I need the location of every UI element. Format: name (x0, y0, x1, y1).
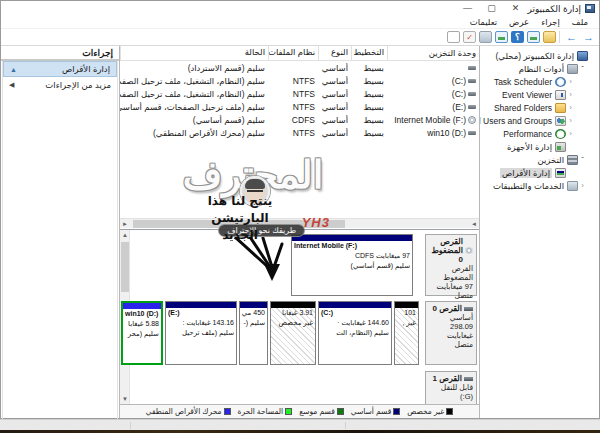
clipboard-icon[interactable]: ✓ (463, 31, 476, 43)
chevron-collapsed-icon[interactable]: ‹ (566, 90, 575, 99)
table-row[interactable]: بسيط أساسي سليم (قسم الاسترداد) (120, 61, 479, 74)
volume-list: وحدة التخزين التخطيط النوع نظام الملفات … (120, 46, 479, 228)
title-bar: إدارة الكمبيوتر — ▢ ✕ (1, 1, 599, 16)
performance-icon (555, 129, 566, 139)
announce-icon[interactable] (479, 31, 492, 43)
action-more-actions[interactable]: مزيد من الإجراءات ◀ (3, 77, 117, 93)
legend-item: غير مخصص (407, 407, 453, 416)
disk-icon (464, 377, 473, 381)
legend-item: محرك الأقراص المنطقي (146, 407, 231, 416)
close-button[interactable]: ✕ (503, 2, 527, 16)
menu-view[interactable]: عرض (504, 17, 534, 27)
shared-folders-icon (555, 103, 566, 113)
action-disk-management[interactable]: إدارة الأقراص ▲ (3, 61, 117, 77)
console-tree: إدارة الكمبيوتر (محلي) ˇ أدوات النظام ‹ … (479, 46, 599, 418)
col-volume[interactable]: وحدة التخزين (387, 46, 479, 60)
col-status[interactable]: الحالة (120, 46, 268, 60)
tree-item-device-manager[interactable]: إدارة الأجهزة (480, 140, 599, 153)
partition-450mb[interactable]: 450 مي سليم (- (239, 301, 268, 365)
disk-icon (464, 307, 473, 311)
main-area: إدارة الكمبيوتر (محلي) ˇ أدوات النظام ‹ … (1, 46, 599, 418)
menu-action[interactable]: إجراء (536, 17, 565, 27)
table-row[interactable]: Internet Mobile (F:) بسيط أساسي CDFS سلي… (120, 113, 479, 126)
minimize-button[interactable]: — (455, 2, 479, 16)
tree-item-disk-management[interactable]: إدارة الأقراص (480, 166, 599, 179)
partition-e[interactable]: (E:) 143.16 غيغابايت : سليم (ملف ترحيل (165, 301, 237, 365)
services-icon (567, 181, 578, 191)
chevron-collapsed-icon[interactable]: ‹ (566, 103, 575, 112)
drive-icon (468, 92, 476, 96)
properties-window-icon[interactable] (495, 31, 508, 43)
disk1-header[interactable]: القرص 1 قابل للنقل (G:) بدون وسائط (425, 371, 477, 407)
computer-management-window: إدارة الكمبيوتر — ▢ ✕ ملف إجراء عرض تعلي… (0, 0, 600, 419)
forward-icon[interactable]: ← (563, 31, 577, 43)
tree-item-event-viewer[interactable]: ‹ Event Viewer (480, 88, 599, 101)
collapse-icon[interactable]: ▲ (10, 66, 17, 73)
layout-icon[interactable] (447, 31, 460, 43)
col-type[interactable]: النوع (318, 46, 351, 60)
legend-item: قسم أساسي (351, 407, 401, 416)
tree-item-task-scheduler[interactable]: ‹ Task Scheduler (480, 75, 599, 88)
cd-drive-icon (468, 116, 476, 124)
partition-internet-mobile-f[interactable]: Internet Mobile (F:) 97 ميغابايت CDFS سل… (291, 234, 413, 296)
screen: إدارة الكمبيوتر — ▢ ✕ ملف إجراء عرض تعلي… (0, 0, 600, 433)
partition-unallocated-101mb[interactable]: 101 غير , (394, 301, 419, 365)
menu-bar: ملف إجراء عرض تعليمات (1, 16, 599, 29)
show-console-tree-icon[interactable] (527, 31, 540, 43)
scrollbar-thumb[interactable] (121, 242, 129, 292)
chevron-down-icon[interactable]: ˇ (578, 64, 587, 73)
users-groups-icon (555, 116, 566, 126)
tree-item-system-tools[interactable]: ˇ أدوات النظام (480, 62, 599, 75)
scrollbar-thumb[interactable] (133, 220, 345, 228)
task-scheduler-icon (555, 77, 566, 87)
menu-help[interactable]: تعليمات (465, 17, 502, 27)
tree-item-computer-management[interactable]: إدارة الكمبيوتر (محلي) (480, 49, 599, 62)
legend-item: قسم موسع (299, 407, 344, 416)
tree-item-local-users-groups[interactable]: ‹ Local Users and Groups (480, 114, 599, 127)
disk0-row: القرص 0 أساسي 298.09 غيغابايت متصل 101 غ… (132, 301, 477, 365)
table-row[interactable]: win10 (D:) بسيط أساسي NTFS سليم (محرك ال… (120, 126, 479, 139)
legend-swatch (224, 408, 231, 415)
tree-item-services-applications[interactable]: ‹ الخدمات والتطبيقات (480, 179, 599, 192)
drive-icon (468, 66, 476, 70)
volume-list-hscrollbar[interactable]: ◄ ► (120, 218, 479, 228)
window-controls: — ▢ ✕ (455, 2, 527, 16)
partition-unallocated-3-91gb[interactable]: 3.91 غيغابا غير مخصص (270, 301, 316, 365)
menu-file[interactable]: ملف (567, 17, 593, 27)
toolbar: → ← ؟ ✓ (1, 29, 599, 46)
disk0-header[interactable]: القرص 0 أساسي 298.09 غيغابايت متصل (425, 301, 477, 365)
col-layout[interactable]: التخطيط (351, 46, 387, 60)
table-row[interactable]: (C:) بسيط أساسي NTFS سليم (النظام، التشغ… (120, 74, 479, 87)
tree-item-performance[interactable]: ‹ Performance (480, 127, 599, 140)
tree-item-storage[interactable]: ˇ التخزين (480, 153, 599, 166)
computer-icon (577, 51, 588, 61)
chevron-collapsed-icon[interactable]: ‹ (578, 181, 587, 190)
more-actions-icon[interactable]: ◀ (9, 81, 14, 89)
app-icon (585, 4, 595, 13)
tree-item-shared-folders[interactable]: ‹ Shared Folders (480, 101, 599, 114)
device-manager-icon (555, 142, 566, 152)
disk-management-icon (555, 168, 566, 178)
legend-swatch (446, 408, 453, 415)
drive-icon (468, 105, 476, 109)
partition-c[interactable]: (C:) 144.60 غيغابايت · سليم (النظام، الت (318, 301, 392, 365)
table-row[interactable]: (E:) بسيط أساسي NTFS سليم (ملف ترحيل الص… (120, 100, 479, 113)
back-icon[interactable]: → (580, 31, 594, 43)
cdrom0-header[interactable]: القرص المضغوط 0 القرص المضغوط 97 ميغاباي… (425, 234, 477, 296)
cd-drive-icon (465, 247, 473, 254)
actions-pane: إجراءات إدارة الأقراص ▲ مزيد من الإجراءا… (1, 46, 119, 418)
partition-win10-d[interactable]: win10 (D:) 5.88 غيغابا سليم (محر (121, 301, 163, 365)
col-filesystem[interactable]: نظام الملفات (268, 46, 318, 60)
actions-header: إجراءات (1, 46, 119, 61)
event-viewer-icon (555, 90, 566, 100)
chevron-down-icon[interactable]: ˇ (578, 155, 587, 164)
maximize-button[interactable]: ▢ (479, 2, 503, 16)
export-list-icon[interactable] (543, 31, 556, 43)
desktop-strip (0, 419, 600, 433)
chevron-collapsed-icon[interactable]: ‹ (566, 129, 575, 138)
legend-swatch (285, 408, 292, 415)
help-icon[interactable]: ؟ (511, 31, 524, 43)
table-row[interactable]: (C:) بسيط أساسي NTFS سليم (النظام، التشغ… (120, 87, 479, 100)
chevron-collapsed-icon[interactable]: ‹ (566, 77, 575, 86)
chevron-collapsed-icon[interactable]: ‹ (566, 116, 575, 125)
